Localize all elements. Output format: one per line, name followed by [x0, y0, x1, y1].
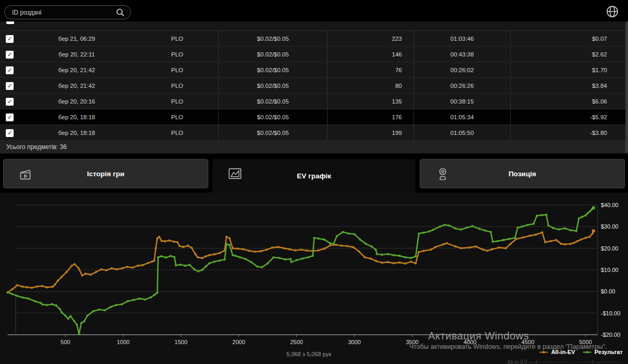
hands-count-caption: 5,068 з 5,068 рук	[251, 351, 366, 357]
cell-result: $2.62	[510, 47, 628, 62]
row-checkbox[interactable]: ✓	[6, 129, 14, 137]
cell-duration: 01:03:46	[413, 31, 510, 46]
table-row[interactable]: ✓бер 20, 22:11PLO$0.02/$0.0514600:43:38$…	[0, 47, 628, 62]
tab-label: Історія гри	[87, 170, 125, 178]
cell-stakes: $0.02/$0.05	[218, 125, 327, 140]
tab-game-history[interactable]: Історія гри	[3, 159, 208, 188]
chart-legend: All-in-EV Результат	[539, 349, 623, 355]
cell-date: бер 20, 20:16	[17, 94, 136, 109]
cell-duration: 00:26:26	[413, 78, 510, 93]
legend-item-result[interactable]: Результат	[582, 349, 623, 355]
search-input[interactable]	[12, 9, 116, 16]
x-axis-label: 3000	[348, 339, 361, 345]
cell-date: бер 21, 06:29	[17, 31, 136, 46]
table-footer: Усього предметів: 36	[0, 141, 628, 154]
x-axis-label: 1500	[175, 339, 187, 345]
y-axis-label: -$20.00	[601, 332, 620, 338]
table-row[interactable]: ✓бер 20, 21:42PLO$0.02/$0.058000:26:26$3…	[0, 78, 628, 94]
chart-footnote: All-in-EV — (·········· ········ · ···· …	[507, 359, 621, 364]
hand-history-table: ✓бер 21, 06:29PLO$0.02/$0.0522301:03:46$…	[0, 21, 628, 154]
ev-chart-panel: $40.00$30.00$20.00$10.00$0.00-$10.00-$20…	[0, 192, 628, 364]
cell-result: -$3.80	[510, 125, 628, 140]
topbar	[0, 0, 628, 21]
legend-label: All-in-EV	[551, 349, 575, 355]
tab-ev-graph[interactable]: EV графік	[212, 159, 416, 192]
cell-game: PLO	[136, 31, 218, 46]
y-axis-label: $40.00	[601, 202, 619, 208]
cell-stakes: $0.02/$0.05	[218, 47, 327, 62]
row-checkbox[interactable]: ✓	[6, 98, 14, 106]
row-checkbox[interactable]: ✓	[6, 51, 14, 59]
cell-duration: 00:38:15	[413, 94, 510, 109]
y-axis-label: -$10.00	[601, 310, 620, 316]
tab-label: EV графік	[297, 172, 331, 180]
cell-result: $6.06	[510, 94, 628, 109]
row-checkbox[interactable]: ✓	[6, 35, 14, 43]
search-icon[interactable]	[116, 8, 125, 17]
x-axis-label: 5000	[579, 339, 592, 345]
cell-duration: 01:05:34	[413, 109, 510, 124]
row-checkbox[interactable]: ✓	[6, 66, 14, 74]
y-axis-label: $30.00	[601, 223, 619, 230]
cell-date: бер 20, 21:42	[17, 78, 136, 93]
y-axis-label: $0.00	[601, 288, 615, 294]
legend-label: Результат	[595, 349, 623, 355]
globe-icon[interactable]	[605, 4, 620, 19]
x-axis-label: 2000	[232, 339, 245, 345]
table-row[interactable]: ✓бер 20, 18:18PLO$0.02/$0.0517601:05:34-…	[0, 109, 628, 125]
clipped-table-row	[0, 21, 628, 31]
table-scrollbar[interactable]	[625, 21, 628, 153]
table-row[interactable]: ✓бер 20, 18:18PLO$0.02/$0.0519901:05:50-…	[0, 125, 628, 141]
total-items-label: Усього предметів: 36	[6, 143, 67, 151]
cell-date: бер 20, 18:18	[17, 109, 136, 124]
hand-id-searchbox[interactable]	[4, 5, 131, 19]
cell-stakes: $0.02/$0.05	[218, 94, 327, 109]
cell-stakes: $0.02/$0.05	[218, 78, 327, 93]
cell-stakes: $0.02/$0.05	[218, 31, 327, 46]
cell-game: PLO	[136, 47, 218, 62]
tab-position[interactable]: Позиція	[420, 159, 625, 188]
x-axis-label: 1000	[117, 339, 129, 345]
checkbox-partial	[6, 21, 14, 24]
cell-hands: 146	[327, 47, 413, 62]
cell-result: -$5.92	[510, 109, 628, 124]
x-axis-label: 2500	[290, 339, 302, 345]
x-axis-label: 4000	[464, 339, 476, 345]
cell-hands: 76	[327, 62, 413, 77]
cell-date: бер 20, 22:11	[17, 47, 136, 62]
cell-game: PLO	[136, 125, 218, 140]
cell-game: PLO	[136, 78, 218, 93]
ev-line-chart: $40.00$30.00$20.00$10.00$0.00-$10.00-$20…	[0, 192, 628, 364]
series-end-dot	[592, 229, 595, 232]
table-row[interactable]: ✓бер 21, 06:29PLO$0.02/$0.0522301:03:46$…	[0, 31, 628, 47]
cell-hands: 176	[327, 109, 413, 124]
legend-item-allinev[interactable]: All-in-EV	[539, 349, 575, 355]
cell-duration: 01:05:50	[413, 125, 510, 140]
position-pin-icon	[435, 166, 451, 182]
cell-duration: 00:26:02	[413, 62, 510, 77]
cell-date: бер 20, 18:18	[17, 125, 136, 140]
cell-game: PLO	[136, 62, 218, 77]
cell-hands: 199	[327, 125, 413, 140]
cell-hands: 80	[327, 78, 413, 93]
tab-label: Позиція	[509, 170, 536, 178]
row-checkbox[interactable]: ✓	[6, 113, 14, 121]
cell-hands: 135	[327, 94, 413, 109]
x-axis-label: 500	[61, 339, 70, 345]
cell-game: PLO	[136, 109, 218, 124]
x-axis-label: 4500	[521, 339, 534, 345]
clapperboard-icon	[18, 166, 34, 182]
cell-hands: 223	[327, 31, 413, 46]
x-axis-label: 3500	[406, 339, 418, 345]
row-checkbox[interactable]: ✓	[6, 82, 14, 90]
cell-date: бер 20, 21:42	[17, 62, 136, 77]
cell-result: $0.07	[510, 31, 628, 46]
y-axis-label: $20.00	[601, 245, 619, 252]
poker-tracker-app: ✓бер 21, 06:29PLO$0.02/$0.0522301:03:46$…	[0, 0, 628, 364]
table-row[interactable]: ✓бер 20, 21:42PLO$0.02/$0.057600:26:02$1…	[0, 62, 628, 78]
allinev-marker-icon	[539, 350, 548, 355]
area-chart-icon	[227, 166, 243, 181]
table-row[interactable]: ✓бер 20, 20:16PLO$0.02/$0.0513500:38:15$…	[0, 94, 628, 109]
series-end-dot	[592, 206, 595, 209]
cell-result: $1.70	[510, 62, 628, 77]
